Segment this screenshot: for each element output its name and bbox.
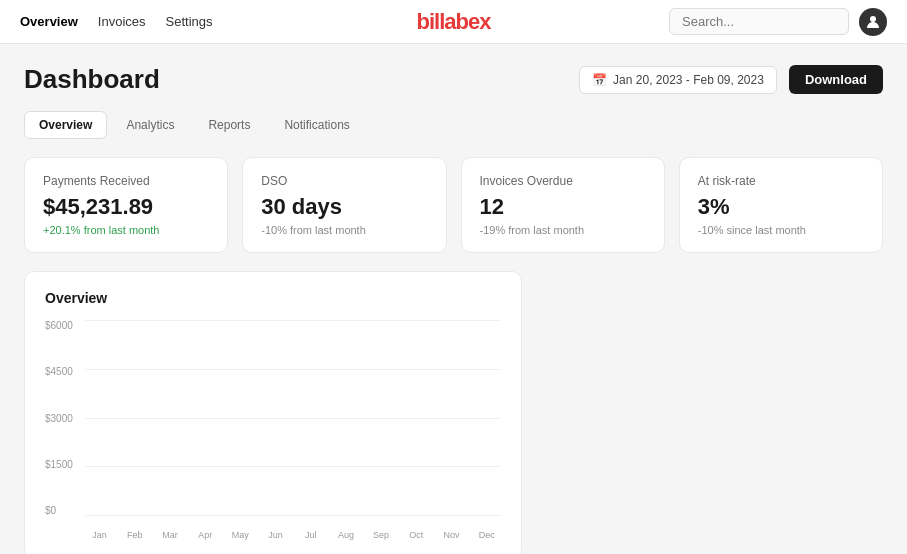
x-label-nov: Nov [437, 530, 466, 540]
x-axis-labels: JanFebMarAprMayJunJulAugSepOctNovDec [85, 530, 501, 540]
metric-change-0: +20.1% from last month [43, 224, 209, 236]
nav-overview[interactable]: Overview [20, 14, 78, 29]
metric-card-1: DSO 30 days -10% from last month [242, 157, 446, 253]
calendar-icon: 📅 [592, 73, 607, 87]
x-label-apr: Apr [191, 530, 220, 540]
x-label-mar: Mar [155, 530, 184, 540]
x-label-feb: Feb [120, 530, 149, 540]
bars-container [85, 320, 501, 516]
navbar: Overview Invoices Settings billabex [0, 0, 907, 44]
metric-card-3: At risk-rate 3% -10% since last month [679, 157, 883, 253]
metric-value-1: 30 days [261, 194, 427, 220]
nav-links: Overview Invoices Settings [20, 14, 213, 29]
tab-notifications[interactable]: Notifications [269, 111, 364, 139]
header-right: 📅 Jan 20, 2023 - Feb 09, 2023 Download [579, 65, 883, 94]
y-axis-label: $3000 [45, 413, 81, 424]
tab-reports[interactable]: Reports [193, 111, 265, 139]
metric-value-0: $45,231.89 [43, 194, 209, 220]
logo-main: billabe [417, 9, 480, 34]
metric-label-3: At risk-rate [698, 174, 864, 188]
chart-card: Overview $0$1500$3000$4500$6000 JanFebMa… [24, 271, 522, 554]
avatar[interactable] [859, 8, 887, 36]
nav-right [669, 8, 887, 36]
tabs-row: Overview Analytics Reports Notifications [24, 111, 883, 139]
x-label-jul: Jul [296, 530, 325, 540]
page-title: Dashboard [24, 64, 160, 95]
metric-change-3: -10% since last month [698, 224, 864, 236]
tab-overview[interactable]: Overview [24, 111, 107, 139]
x-label-sep: Sep [367, 530, 396, 540]
x-label-jan: Jan [85, 530, 114, 540]
tab-analytics[interactable]: Analytics [111, 111, 189, 139]
metric-change-1: -10% from last month [261, 224, 427, 236]
y-axis-labels: $0$1500$3000$4500$6000 [45, 320, 81, 516]
metric-label-1: DSO [261, 174, 427, 188]
metric-label-2: Invoices Overdue [480, 174, 646, 188]
metric-value-2: 12 [480, 194, 646, 220]
logo-accent: x [479, 9, 490, 34]
svg-point-0 [870, 16, 876, 22]
metrics-grid: Payments Received $45,231.89 +20.1% from… [24, 157, 883, 253]
download-button[interactable]: Download [789, 65, 883, 94]
nav-settings[interactable]: Settings [166, 14, 213, 29]
y-axis-label: $0 [45, 505, 81, 516]
metric-value-3: 3% [698, 194, 864, 220]
x-label-dec: Dec [472, 530, 501, 540]
chart-area: $0$1500$3000$4500$6000 JanFebMarAprMayJu… [45, 320, 501, 540]
metric-label-0: Payments Received [43, 174, 209, 188]
date-range[interactable]: 📅 Jan 20, 2023 - Feb 09, 2023 [579, 66, 777, 94]
page-header: Dashboard 📅 Jan 20, 2023 - Feb 09, 2023 … [24, 64, 883, 95]
search-input[interactable] [669, 8, 849, 35]
nav-invoices[interactable]: Invoices [98, 14, 146, 29]
x-label-may: May [226, 530, 255, 540]
main-content: Dashboard 📅 Jan 20, 2023 - Feb 09, 2023 … [0, 44, 907, 554]
metric-card-2: Invoices Overdue 12 -19% from last month [461, 157, 665, 253]
metric-card-0: Payments Received $45,231.89 +20.1% from… [24, 157, 228, 253]
y-axis-label: $6000 [45, 320, 81, 331]
x-label-jun: Jun [261, 530, 290, 540]
metric-change-2: -19% from last month [480, 224, 646, 236]
chart-title: Overview [45, 290, 501, 306]
y-axis-label: $4500 [45, 366, 81, 377]
y-axis-label: $1500 [45, 459, 81, 470]
date-range-text: Jan 20, 2023 - Feb 09, 2023 [613, 73, 764, 87]
app-logo: billabex [417, 9, 491, 35]
x-label-aug: Aug [331, 530, 360, 540]
x-label-oct: Oct [402, 530, 431, 540]
